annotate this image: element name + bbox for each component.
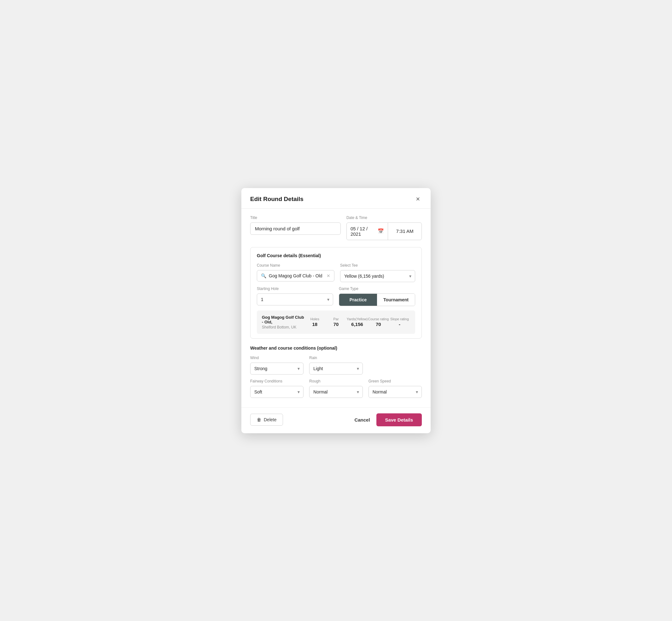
title-label: Title — [250, 215, 341, 220]
green-speed-col: Green Speed Normal ▾ — [369, 379, 422, 398]
starting-hole-label: Starting Hole — [257, 287, 333, 291]
trash-icon: 🗑 — [257, 417, 261, 422]
top-row: Title Date & Time 05 / 12 / 2021 📅 7:31 … — [250, 215, 422, 240]
fairway-col: Fairway Conditions Soft ▾ — [250, 379, 303, 398]
course-name-input[interactable] — [269, 273, 324, 278]
course-info-name: Gog Magog Golf Club - Old, — [262, 315, 304, 324]
wind-rain-row: Wind Strong ▾ Rain Light ▾ — [250, 356, 422, 375]
weather-section: Weather and course conditions (optional)… — [250, 345, 422, 406]
course-name-label: Course Name — [257, 263, 334, 267]
course-name-tee-row: Course Name 🔍 ✕ Select Tee Yellow (6,156… — [257, 263, 415, 282]
green-speed-select-wrap: Normal ▾ — [369, 386, 422, 398]
game-type-toggle: Practice Tournament — [339, 293, 415, 306]
course-name-search[interactable]: 🔍 ✕ — [257, 270, 334, 282]
par-label: Par — [325, 317, 346, 321]
close-button[interactable]: × — [414, 195, 422, 203]
golf-course-title: Golf Course details (Essential) — [257, 253, 415, 258]
yards-stat: Yards(Yellow) 6,156 — [347, 317, 368, 327]
slope-rating-stat: Slope rating - — [389, 317, 410, 327]
select-tee-col: Select Tee Yellow (6,156 yards) ▾ — [340, 263, 415, 282]
footer-right: Cancel Save Details — [354, 413, 422, 426]
clear-icon[interactable]: ✕ — [327, 273, 330, 278]
rough-select-wrap: Normal ▾ — [309, 386, 363, 398]
wind-select-wrap: Strong ▾ — [250, 363, 303, 375]
course-rating-label: Course rating — [368, 317, 389, 321]
practice-button[interactable]: Practice — [339, 294, 377, 306]
course-rating-value: 70 — [368, 322, 389, 327]
fairway-rough-green-row: Fairway Conditions Soft ▾ Rough Normal — [250, 379, 422, 398]
weather-section-title: Weather and course conditions (optional) — [250, 345, 422, 350]
course-info-name-block: Gog Magog Golf Club - Old, Shelford Bott… — [262, 315, 304, 329]
wind-col: Wind Strong ▾ — [250, 356, 303, 375]
game-type-label: Game Type — [339, 287, 415, 291]
fairway-dropdown[interactable]: Soft — [250, 386, 303, 398]
calendar-icon: 📅 — [378, 228, 384, 234]
title-input[interactable] — [250, 222, 341, 235]
wind-dropdown[interactable]: Strong — [250, 363, 303, 375]
date-value: 05 / 12 / 2021 — [350, 226, 376, 237]
holes-stat: Holes 18 — [304, 317, 325, 327]
modal-title: Edit Round Details — [250, 196, 303, 203]
date-part[interactable]: 05 / 12 / 2021 📅 — [347, 223, 388, 240]
time-part[interactable]: 7:31 AM — [388, 223, 421, 240]
starting-hole-game-type-row: Starting Hole 1 ▾ Game Type Practice Tou… — [257, 287, 415, 306]
rain-dropdown[interactable]: Light — [309, 363, 363, 375]
fairway-label: Fairway Conditions — [250, 379, 303, 383]
starting-hole-col: Starting Hole 1 ▾ — [257, 287, 333, 306]
wind-label: Wind — [250, 356, 303, 360]
select-tee-wrap: Yellow (6,156 yards) ▾ — [340, 270, 415, 282]
course-info-bar: Gog Magog Golf Club - Old, Shelford Bott… — [257, 310, 415, 334]
yards-label: Yards(Yellow) — [347, 317, 368, 321]
course-rating-stat: Course rating 70 — [368, 317, 389, 327]
course-info-location: Shelford Bottom, UK — [262, 325, 304, 329]
modal-footer: 🗑 Delete Cancel Save Details — [241, 407, 431, 433]
rough-col: Rough Normal ▾ — [309, 379, 363, 398]
slope-rating-label: Slope rating — [389, 317, 410, 321]
starting-hole-dropdown[interactable]: 1 — [257, 293, 333, 305]
datetime-label: Date & Time — [346, 215, 422, 220]
par-stat: Par 70 — [325, 317, 346, 327]
delete-label: Delete — [264, 417, 277, 422]
par-value: 70 — [325, 322, 346, 327]
tournament-button[interactable]: Tournament — [377, 294, 415, 306]
modal-header: Edit Round Details × — [241, 188, 431, 209]
green-speed-dropdown[interactable]: Normal — [369, 386, 422, 398]
cancel-button[interactable]: Cancel — [354, 417, 370, 422]
rain-select-wrap: Light ▾ — [309, 363, 363, 375]
game-type-col: Game Type Practice Tournament — [339, 287, 415, 306]
delete-button[interactable]: 🗑 Delete — [250, 414, 283, 426]
course-name-col: Course Name 🔍 ✕ — [257, 263, 334, 282]
select-tee-dropdown[interactable]: Yellow (6,156 yards) — [340, 270, 415, 282]
edit-round-modal: Edit Round Details × Title Date & Time 0… — [241, 188, 431, 433]
datetime-field-group: Date & Time 05 / 12 / 2021 📅 7:31 AM — [346, 215, 422, 240]
rough-label: Rough — [309, 379, 363, 383]
rain-col: Rain Light ▾ — [309, 356, 363, 375]
slope-rating-value: - — [389, 322, 410, 327]
starting-hole-wrap: 1 ▾ — [257, 293, 333, 305]
datetime-row: 05 / 12 / 2021 📅 7:31 AM — [346, 222, 422, 240]
yards-value: 6,156 — [347, 322, 368, 327]
fairway-select-wrap: Soft ▾ — [250, 386, 303, 398]
time-value: 7:31 AM — [396, 229, 414, 234]
holes-label: Holes — [304, 317, 325, 321]
rough-dropdown[interactable]: Normal — [309, 386, 363, 398]
green-speed-label: Green Speed — [369, 379, 422, 383]
holes-value: 18 — [304, 322, 325, 327]
golf-course-section: Golf Course details (Essential) Course N… — [250, 247, 422, 339]
modal-body: Title Date & Time 05 / 12 / 2021 📅 7:31 … — [241, 209, 431, 406]
rain-label: Rain — [309, 356, 363, 360]
select-tee-label: Select Tee — [340, 263, 415, 267]
search-icon: 🔍 — [261, 273, 266, 278]
title-field-group: Title — [250, 215, 341, 240]
save-button[interactable]: Save Details — [376, 413, 422, 426]
